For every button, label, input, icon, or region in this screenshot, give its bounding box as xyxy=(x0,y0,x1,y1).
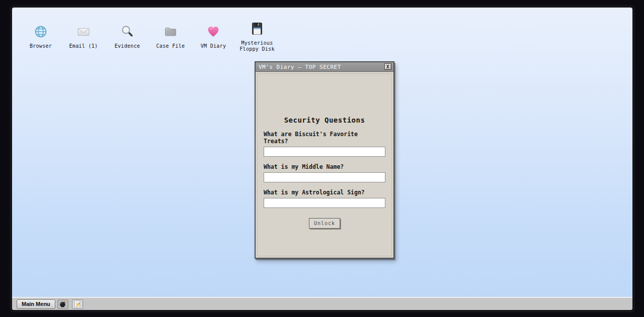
question-label-middle-name: What is my Middle Name? xyxy=(264,163,385,170)
answer-input-astrological-sign[interactable] xyxy=(264,198,385,208)
close-button[interactable]: X xyxy=(384,63,391,70)
globe-icon xyxy=(34,24,48,39)
floppy-disk-icon xyxy=(250,21,264,36)
icon-label: Case File xyxy=(156,43,185,49)
desktop-icon-vm-diary[interactable]: VM Diary xyxy=(192,24,234,49)
desktop-icon-evidence[interactable]: Evidence xyxy=(106,24,148,49)
question-label-astrological-sign: What is my Astrological Sign? xyxy=(264,189,385,196)
memo-pencil-icon xyxy=(73,300,82,308)
answer-input-treats[interactable] xyxy=(264,147,385,157)
icon-label: Evidence xyxy=(115,43,140,49)
security-questions-heading: Security Questions xyxy=(264,116,385,124)
question-label-treats: What are Biscuit's Favorite Treats? xyxy=(264,131,385,145)
unlock-button-row: Unlock xyxy=(264,218,385,229)
main-menu-button[interactable]: Main Menu xyxy=(17,299,55,309)
desktop-icon-email[interactable]: Email (1) xyxy=(62,24,105,49)
memo-button[interactable] xyxy=(72,299,83,309)
heart-icon xyxy=(206,24,220,39)
icon-label: Email (1) xyxy=(69,43,98,49)
desktop: Browser Email (1) Evidence xyxy=(12,8,632,310)
icon-label: Browser xyxy=(30,43,52,49)
window-title: VM's Diary — TOP SECRET xyxy=(259,64,341,70)
icon-label: Mysterious Floppy Disk xyxy=(236,40,278,52)
unlock-button[interactable]: Unlock xyxy=(309,218,340,229)
taskbar: Main Menu xyxy=(12,297,632,310)
monitor-bezel: { "desktop": { "icons": [ { "id": "brows… xyxy=(0,0,644,317)
desktop-icon-case-file[interactable]: Case File xyxy=(149,24,192,49)
desktop-icon-browser[interactable]: Browser xyxy=(20,24,62,49)
bomb-icon xyxy=(59,300,67,308)
icon-label: VM Diary xyxy=(201,43,226,49)
desktop-icon-floppy[interactable]: Mysterious Floppy Disk xyxy=(236,21,278,52)
magnifier-icon xyxy=(120,24,134,39)
window-titlebar[interactable]: VM's Diary — TOP SECRET X xyxy=(256,62,393,72)
folder-icon xyxy=(164,24,178,39)
window-body: Security Questions What are Biscuit's Fa… xyxy=(257,73,392,256)
diary-window: VM's Diary — TOP SECRET X Security Quest… xyxy=(255,61,394,259)
bomb-button[interactable] xyxy=(57,299,68,309)
answer-input-middle-name[interactable] xyxy=(264,172,385,182)
envelope-icon xyxy=(76,24,91,39)
